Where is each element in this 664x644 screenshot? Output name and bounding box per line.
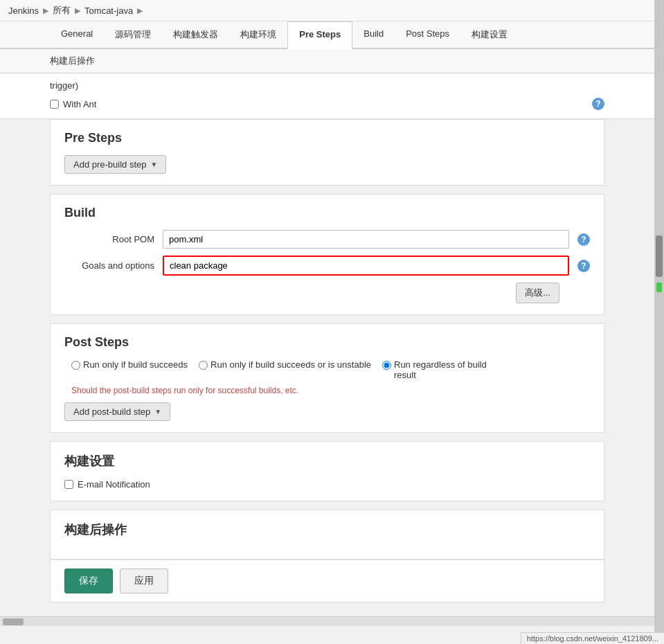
breadcrumb-project[interactable]: Tomcat-java xyxy=(84,6,133,16)
post-action-title: 构建后操作 xyxy=(64,521,590,538)
scrollbar-thumb[interactable] xyxy=(656,235,663,277)
build-settings-section: 构建设置 E-mail Notification xyxy=(50,441,604,501)
post-build-dropdown-arrow: ▼ xyxy=(154,408,161,415)
tab-post-action-label[interactable]: 构建后操作 xyxy=(50,55,95,66)
tab-build-settings[interactable]: 构建设置 xyxy=(460,21,519,49)
radio-success-or-unstable-input[interactable] xyxy=(199,361,208,370)
build-section: Build Root POM ? Goals and options ? 高级.… xyxy=(50,194,604,315)
breadcrumb-sep2: ▶ xyxy=(75,6,80,15)
trigger-text: trigger) xyxy=(0,73,654,93)
post-action-section: 构建后操作 xyxy=(50,510,604,560)
email-notification-checkbox[interactable] xyxy=(64,480,73,489)
tab-trigger[interactable]: 构建触发器 xyxy=(162,21,229,49)
radio-regardless-input[interactable] xyxy=(382,361,391,370)
tab-build[interactable]: Build xyxy=(352,21,395,49)
breadcrumb-jenkins[interactable]: Jenkins xyxy=(8,6,39,16)
goals-options-label: Goals and options xyxy=(64,260,154,271)
tab-env[interactable]: 构建环境 xyxy=(229,21,287,49)
with-ant-checkbox[interactable] xyxy=(50,100,59,109)
radio-success-only-label: Run only if build succeeds xyxy=(83,359,188,370)
radio-regardless-label: Run regardless of build result xyxy=(394,359,491,380)
post-steps-title: Post Steps xyxy=(64,335,590,350)
save-button[interactable]: 保存 xyxy=(64,569,113,593)
radio-success-only: Run only if build succeeds xyxy=(71,359,188,370)
tab-post-steps[interactable]: Post Steps xyxy=(395,21,460,49)
advanced-button[interactable]: 高级... xyxy=(516,283,559,303)
add-post-build-step-button[interactable]: Add post-build step ▼ xyxy=(64,402,170,421)
add-pre-build-step-button[interactable]: Add pre-build step ▼ xyxy=(64,155,166,174)
radio-regardless: Run regardless of build result xyxy=(382,359,491,380)
root-pom-help-icon[interactable]: ? xyxy=(577,233,590,246)
breadcrumb: Jenkins ▶ 所有 ▶ Tomcat-java ▶ xyxy=(0,0,654,21)
pre-build-dropdown-arrow: ▼ xyxy=(151,161,158,168)
url-bar: https://blog.csdn.net/weixin_4121809... xyxy=(521,632,664,644)
radio-success-only-input[interactable] xyxy=(71,361,80,370)
vertical-scrollbar[interactable] xyxy=(654,0,664,644)
pre-steps-section: Pre Steps Add pre-build step ▼ xyxy=(50,119,604,186)
scrollbar-green-indicator xyxy=(656,283,662,292)
build-title: Build xyxy=(64,206,590,220)
root-pom-row: Root POM ? xyxy=(64,230,590,249)
tab-pre-steps[interactable]: Pre Steps xyxy=(287,21,352,49)
with-ant-label: With Ant xyxy=(63,99,96,109)
tab-general[interactable]: General xyxy=(50,21,104,49)
horizontal-scrollbar[interactable] xyxy=(0,616,654,626)
radio-success-or-unstable: Run only if build succeeds or is unstabl… xyxy=(199,359,371,370)
root-pom-label: Root POM xyxy=(64,234,154,244)
goals-options-help-icon[interactable]: ? xyxy=(577,260,590,272)
breadcrumb-sep1: ▶ xyxy=(43,6,48,15)
goals-options-row: Goals and options ? xyxy=(64,256,590,276)
tab-source[interactable]: 源码管理 xyxy=(104,21,162,49)
radio-success-or-unstable-label: Run only if build succeeds or is unstabl… xyxy=(210,359,371,370)
add-pre-build-step-label: Add pre-build step xyxy=(73,159,147,170)
tab-bar: General 源码管理 构建触发器 构建环境 Pre Steps Build … xyxy=(0,21,654,49)
post-steps-section: Post Steps Run only if build succeeds Ru… xyxy=(50,323,604,433)
with-ant-row: With Ant ? xyxy=(0,93,654,119)
goals-options-input[interactable] xyxy=(163,256,569,276)
email-notification-label: E-mail Notification xyxy=(78,479,150,490)
tab-bar-row2: 构建后操作 xyxy=(0,49,654,73)
with-ant-help-icon[interactable]: ? xyxy=(592,98,604,110)
build-settings-title: 构建设置 xyxy=(64,453,590,469)
post-steps-hint: Should the post-build steps run only for… xyxy=(64,386,590,395)
email-notification-row: E-mail Notification xyxy=(64,479,590,490)
pre-steps-title: Pre Steps xyxy=(64,131,590,145)
breadcrumb-sep3: ▶ xyxy=(137,6,143,15)
hscrollbar-thumb[interactable] xyxy=(3,618,24,625)
post-steps-radio-group: Run only if build succeeds Run only if b… xyxy=(64,359,590,380)
root-pom-input[interactable] xyxy=(163,230,569,249)
apply-button[interactable]: 应用 xyxy=(120,569,168,593)
bottom-buttons: 保存 应用 xyxy=(50,560,604,602)
add-post-build-step-label: Add post-build step xyxy=(73,406,150,417)
breadcrumb-all[interactable]: 所有 xyxy=(53,4,71,17)
